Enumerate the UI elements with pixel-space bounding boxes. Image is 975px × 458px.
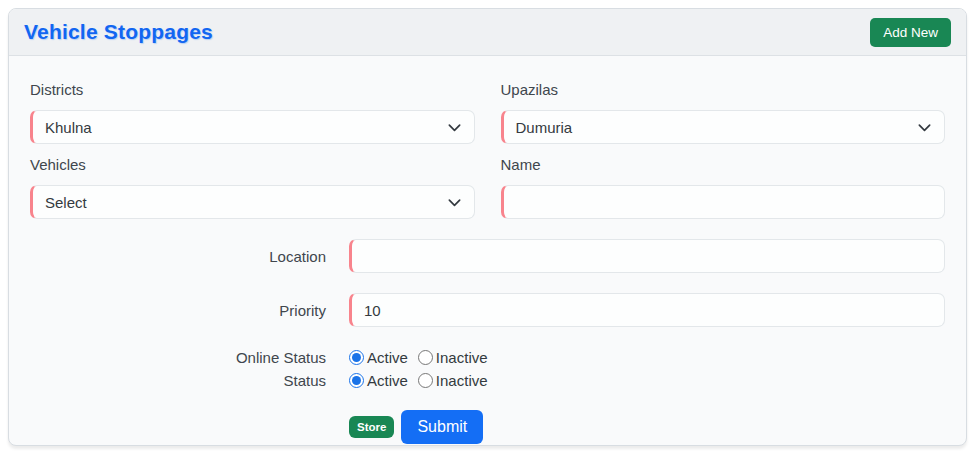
status-inactive-text: Inactive [436, 372, 488, 389]
location-input[interactable] [349, 239, 945, 273]
districts-field: Districts Khulna [30, 81, 475, 144]
online-status-inactive-radio[interactable] [418, 350, 433, 365]
online-status-active-text: Active [367, 349, 408, 366]
vehicles-selected-value: Select [45, 194, 87, 211]
form-row-2: Vehicles Select Name [30, 156, 945, 219]
status-active-text: Active [367, 372, 408, 389]
online-status-inactive-option: Inactive [418, 349, 488, 366]
districts-select[interactable]: Khulna [30, 110, 475, 144]
status-row: Status Active Inactive [30, 372, 945, 389]
store-button[interactable]: Store [349, 416, 394, 438]
chevron-down-icon [917, 120, 932, 135]
page-title: Vehicle Stoppages [24, 20, 213, 44]
online-status-label: Online Status [30, 349, 326, 366]
status-inactive-radio[interactable] [418, 373, 433, 388]
form-body: Districts Khulna Upazilas Dumuria [9, 56, 966, 444]
online-status-active-radio[interactable] [349, 350, 364, 365]
location-row: Location [30, 239, 945, 273]
online-status-row: Online Status Active Inactive [30, 349, 945, 366]
vehicles-label: Vehicles [30, 156, 475, 173]
name-label: Name [501, 156, 946, 173]
upazilas-field: Upazilas Dumuria [501, 81, 946, 144]
priority-input[interactable] [349, 293, 945, 327]
name-input[interactable] [501, 185, 946, 219]
online-status-radio-group: Active Inactive [349, 349, 494, 366]
location-label: Location [30, 248, 326, 265]
upazilas-selected-value: Dumuria [516, 119, 573, 136]
add-new-button[interactable]: Add New [870, 18, 951, 47]
status-radio-group: Active Inactive [349, 372, 494, 389]
online-status-inactive-text: Inactive [436, 349, 488, 366]
card-header: Vehicle Stoppages Add New [9, 9, 966, 56]
priority-row: Priority [30, 293, 945, 327]
name-field: Name [501, 156, 946, 219]
submit-button[interactable]: Submit [401, 410, 483, 444]
districts-selected-value: Khulna [45, 119, 92, 136]
chevron-down-icon [447, 120, 462, 135]
upazilas-label: Upazilas [501, 81, 946, 98]
online-status-active-option: Active [349, 349, 408, 366]
status-label: Status [30, 372, 326, 389]
districts-label: Districts [30, 81, 475, 98]
status-active-option: Active [349, 372, 408, 389]
priority-label: Priority [30, 302, 326, 319]
vehicles-select[interactable]: Select [30, 185, 475, 219]
status-active-radio[interactable] [349, 373, 364, 388]
status-inactive-option: Inactive [418, 372, 488, 389]
upazilas-select[interactable]: Dumuria [501, 110, 946, 144]
vehicles-field: Vehicles Select [30, 156, 475, 219]
vehicle-stoppages-card: Vehicle Stoppages Add New Districts Khul… [8, 8, 967, 446]
buttons-row: Store Submit [30, 410, 945, 444]
chevron-down-icon [447, 195, 462, 210]
form-row-1: Districts Khulna Upazilas Dumuria [30, 81, 945, 144]
